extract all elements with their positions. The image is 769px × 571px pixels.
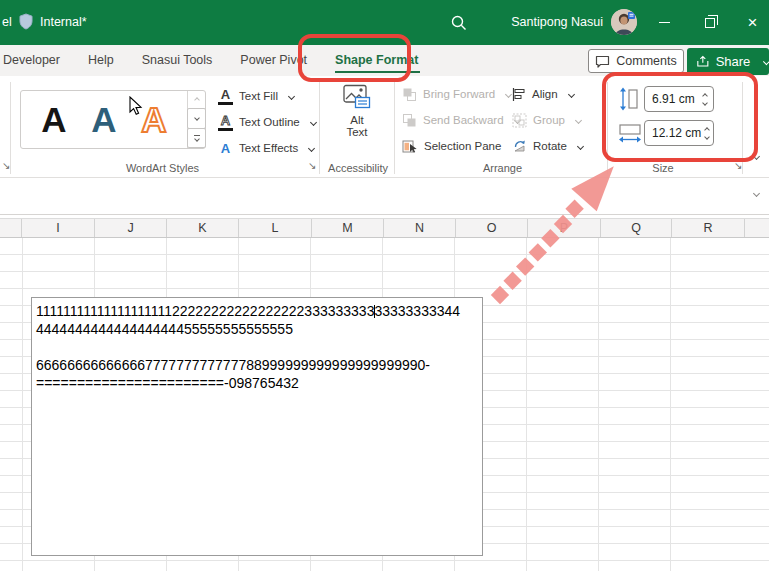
selection-pane-label: Selection Pane — [424, 140, 501, 152]
shape-text-box[interactable]: 1111111111111111111122222222222222222333… — [31, 297, 483, 556]
bring-forward-icon — [402, 87, 417, 102]
comments-button[interactable]: Comments — [588, 49, 684, 73]
column-header-I[interactable]: I — [22, 219, 95, 237]
text-outline-button[interactable]: A Text Outline — [218, 110, 316, 134]
textbox-line-2: 444444444444444444455555555555555 — [36, 320, 482, 338]
formula-bar[interactable] — [0, 178, 769, 215]
column-header-P[interactable]: P — [528, 219, 601, 237]
tab-power-pivot[interactable]: Power Pivot — [226, 45, 321, 76]
wordart-style-options: A A A — [21, 91, 187, 148]
column-header-N[interactable]: N — [384, 219, 456, 237]
send-backward-label: Send Backward — [423, 114, 504, 126]
tab-snasui-tools[interactable]: Snasui Tools — [128, 45, 227, 76]
column-header-R[interactable]: R — [672, 219, 745, 237]
spin-down-icon[interactable] — [702, 100, 708, 106]
wordart-style-black[interactable]: A — [41, 102, 66, 137]
text-fill-dropdown-icon[interactable] — [288, 92, 295, 99]
group-objects-icon — [512, 113, 527, 128]
maximize-restore-button[interactable] — [690, 0, 730, 45]
shape-width-value[interactable]: 12.12 cm — [645, 126, 701, 140]
arrange-group-label: Arrange — [455, 162, 550, 174]
gallery-scroll-up-icon[interactable] — [188, 91, 205, 109]
send-backward-button: Send Backward — [402, 108, 520, 132]
restore-icon — [705, 18, 715, 28]
textbox-line-4: 6666666666666677777777777778899999999999… — [36, 356, 482, 374]
ribbon-collapse-icon[interactable] — [753, 153, 760, 160]
search-icon[interactable] — [450, 14, 468, 32]
avatar[interactable] — [611, 9, 637, 35]
close-button[interactable]: × — [736, 0, 769, 45]
column-header-J[interactable]: J — [95, 219, 167, 237]
shape-height-value[interactable]: 6.91 cm — [645, 92, 697, 106]
spin-down-icon[interactable] — [704, 134, 710, 140]
share-button[interactable]: Share — [687, 48, 769, 75]
comment-bubble-icon — [595, 55, 610, 68]
wordart-dialog-launcher-icon[interactable]: ↘ — [308, 161, 316, 171]
column-header-O[interactable]: O — [456, 219, 528, 237]
wordart-group-label: WordArt Styles — [95, 162, 230, 174]
share-dropdown-icon[interactable] — [763, 58, 769, 65]
height-spinner[interactable] — [697, 87, 713, 111]
wordart-gallery: A A A — [20, 90, 206, 149]
rotate-button[interactable]: Rotate — [512, 134, 583, 158]
text-fill-label: Text Fill — [239, 90, 278, 102]
group-separator — [319, 82, 320, 174]
text-outline-label: Text Outline — [239, 116, 300, 128]
selection-pane-icon — [402, 139, 418, 154]
sensitivity-label: Internal* — [40, 15, 87, 29]
share-icon — [696, 55, 710, 68]
align-dropdown-icon[interactable] — [568, 90, 575, 97]
wordart-style-blue[interactable]: A — [91, 102, 116, 137]
excel-window: el Internal* Santipong Nasui × Developer — [0, 0, 769, 571]
sensitivity-shield-icon — [18, 13, 34, 34]
align-icon — [512, 88, 526, 101]
textbox-line-5: =======================-098765432 — [36, 374, 482, 392]
selection-pane-button[interactable]: Selection Pane — [402, 134, 501, 158]
group-label: Group — [533, 114, 565, 126]
text-fill-icon: A — [218, 88, 233, 105]
alt-text-button[interactable]: Alt Text — [328, 84, 386, 154]
ribbon-tab-row: Developer Help Snasui Tools Power Pivot … — [0, 45, 769, 76]
text-fill-button[interactable]: A Text Fill — [218, 84, 294, 108]
share-label: Share — [716, 54, 751, 69]
tab-developer[interactable]: Developer — [0, 45, 74, 76]
size-group-label: Size — [630, 162, 696, 174]
spin-up-icon[interactable] — [704, 127, 710, 133]
group-button: Group — [512, 108, 581, 132]
rotate-label: Rotate — [533, 140, 567, 152]
column-header-partial[interactable] — [745, 219, 769, 237]
shape-width-field[interactable]: 12.12 cm — [644, 120, 714, 146]
column-header-Q[interactable]: Q — [601, 219, 672, 237]
bring-forward-button: Bring Forward — [402, 82, 511, 106]
align-label: Align — [532, 88, 558, 100]
gallery-more-icon[interactable] — [187, 128, 206, 148]
wordart-style-orange-outline[interactable]: A — [141, 102, 166, 137]
text-outline-dropdown-icon[interactable] — [310, 118, 317, 125]
column-header-M[interactable]: M — [312, 219, 384, 237]
spin-up-icon[interactable] — [702, 93, 708, 99]
ribbon: ↘ A A A A Text Fill A Text Outline A Tex… — [0, 76, 769, 178]
tab-shape-format[interactable]: Shape Format — [321, 45, 432, 76]
column-header-partial[interactable] — [0, 219, 22, 237]
gallery-scroll-down-icon[interactable] — [187, 108, 206, 128]
text-outline-icon: A — [218, 114, 233, 131]
formula-bar-expand-icon[interactable] — [753, 190, 760, 197]
width-spinner[interactable] — [701, 121, 713, 145]
column-headers: I J K L M N O P Q R — [0, 218, 769, 238]
text-effects-icon: A — [218, 142, 233, 155]
close-icon: × — [748, 14, 758, 31]
user-name[interactable]: Santipong Nasui — [511, 15, 603, 29]
column-header-L[interactable]: L — [239, 219, 312, 237]
alt-text-icon — [342, 84, 372, 111]
dialog-launcher-icon[interactable]: ↘ — [2, 161, 10, 171]
rotate-dropdown-icon[interactable] — [577, 142, 584, 149]
text-effects-dropdown-icon[interactable] — [308, 144, 315, 151]
align-button[interactable]: Align — [512, 82, 574, 106]
title-bar: el Internal* Santipong Nasui × — [0, 0, 769, 45]
shape-height-field[interactable]: 6.91 cm — [644, 86, 714, 112]
textbox-line-3 — [36, 338, 482, 356]
text-effects-button[interactable]: A Text Effects — [218, 136, 314, 160]
column-header-K[interactable]: K — [167, 219, 239, 237]
tab-help[interactable]: Help — [74, 45, 128, 76]
minimize-button[interactable] — [644, 0, 684, 45]
